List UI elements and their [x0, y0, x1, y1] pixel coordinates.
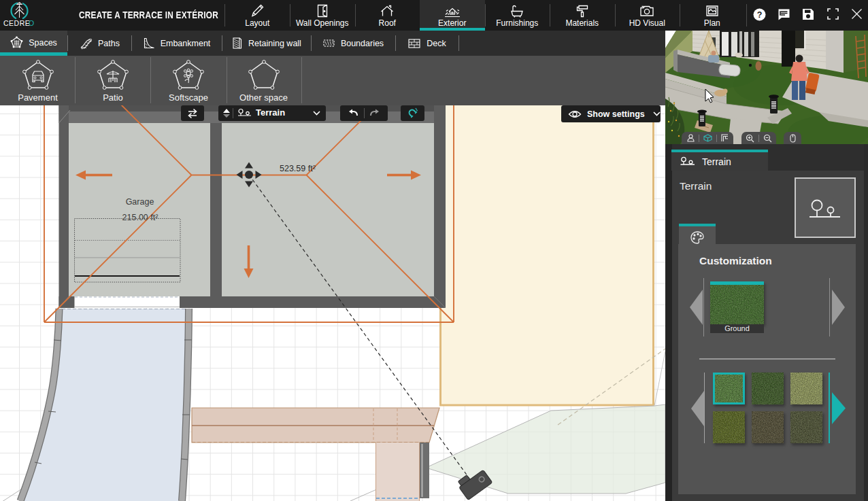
svg-text:523.59 ft²: 523.59 ft² [280, 164, 316, 173]
svg-text:Garage: Garage [126, 197, 154, 207]
svg-text:215.00 ft²: 215.00 ft² [122, 213, 158, 222]
svg-text:CEDRE: CEDRE [3, 19, 30, 27]
svg-text:?: ? [757, 10, 763, 20]
svg-text:O: O [29, 19, 34, 27]
